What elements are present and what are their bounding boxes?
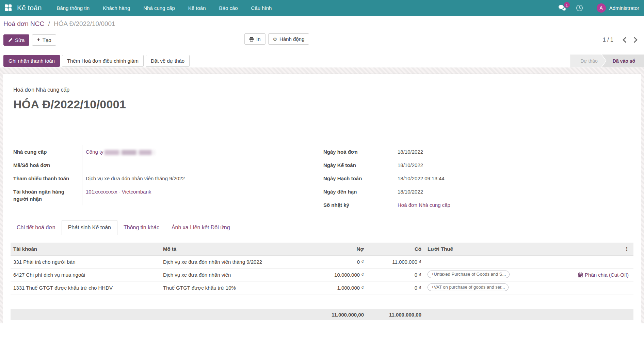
header-credit[interactable]: Có <box>367 246 425 252</box>
posting-date-value[interactable]: 18/10/2022 09:13:44 <box>394 172 632 185</box>
header-debit[interactable]: Nợ <box>311 246 367 252</box>
nav-item-vendors[interactable]: Nhà cung cấp <box>143 5 175 11</box>
nav-item-reports[interactable]: Báo cáo <box>219 5 238 11</box>
nav-left: Kế toán Bảng thông tin Khách hàng Nhà cu… <box>5 4 272 12</box>
field-groups: Nhà cung cấp Công ty Mã/Số hoá đơn Tham … <box>11 145 633 212</box>
add-credit-note-button[interactable]: Thêm Hoá đơn điều chỉnh giảm <box>62 55 144 67</box>
recipient-bank-value[interactable]: 101xxxxxxxxx - Vietcombank <box>82 185 307 205</box>
message-count-badge: 1 <box>564 2 570 8</box>
cell-credit[interactable]: 0 ₫ <box>367 285 425 291</box>
invoice-number-title: HÓA Đ/2022/10/0001 <box>11 98 633 111</box>
table-header-row: Tài khoản Mô tả Nợ Có Lưới Thuế ⋮ <box>11 243 633 256</box>
pager-value: 1 / 1 <box>603 37 613 43</box>
action-button[interactable]: ⚙ Hành động <box>268 33 309 45</box>
invoice-date-label: Ngày hoá đơn <box>323 145 394 158</box>
center-buttons: In ⚙ Hành động <box>244 33 309 45</box>
invoice-sheet: Hoá đơn Nhà cung cấp HÓA Đ/2022/10/0001 … <box>3 74 641 323</box>
tab-counterpart-mapping[interactable]: Ánh xạ Liên kết Đối ứng <box>165 220 236 235</box>
invoice-ref-value[interactable] <box>82 158 307 172</box>
cell-credit[interactable]: 11.000.000 ₫ <box>367 259 425 265</box>
cell-description[interactable]: Thuế GTGT được khấu trừ 10% <box>160 285 311 291</box>
apps-grid-icon[interactable] <box>5 4 12 11</box>
calendar-icon <box>578 272 583 277</box>
cell-account[interactable]: 6427 Chi phí dịch vụ mua ngoài <box>11 272 160 278</box>
pager-arrows <box>622 37 638 43</box>
register-payment-button[interactable]: Ghi nhận thanh toán <box>3 55 60 67</box>
column-options-icon[interactable]: ⋮ <box>564 246 633 252</box>
tax-grid-tag[interactable]: +Untaxed Purchase of Goods and S... <box>428 271 510 278</box>
breadcrumb-parent-link[interactable]: Hoá đơn NCC <box>3 20 44 27</box>
cell-tax-grid: +VAT on purchase of goods and ser... <box>425 284 564 292</box>
table-row[interactable]: 6427 Chi phí dịch vụ mua ngoài Dịch vụ x… <box>11 269 633 281</box>
cell-debit[interactable]: 1.000.000 ₫ <box>311 285 367 291</box>
accounting-date-label: Ngày Kế toán <box>323 158 394 172</box>
table-row[interactable]: 1331 Thuế GTGT được khấu trừ cho HHDV Th… <box>11 281 633 294</box>
journal-label: Sổ nhật ký <box>323 198 394 212</box>
cell-credit[interactable]: 0 ₫ <box>367 272 425 278</box>
invoice-ref-label: Mã/Số hoá đơn <box>13 158 82 172</box>
user-name[interactable]: Administrator <box>609 5 639 11</box>
create-button[interactable]: + Tạo <box>32 34 56 46</box>
statusbar: Ghi nhận thanh toán Thêm Hoá đơn điều ch… <box>0 54 644 67</box>
top-nav: Kế toán Bảng thông tin Khách hàng Nhà cu… <box>0 0 644 16</box>
status-step-draft[interactable]: Dự thảo <box>570 55 606 67</box>
cell-debit[interactable]: 0 ₫ <box>311 259 367 265</box>
app-title[interactable]: Kế toán <box>17 4 42 12</box>
redacted-vendor-name <box>104 150 156 155</box>
pager-previous-icon[interactable] <box>622 37 627 43</box>
plus-icon: + <box>37 37 40 42</box>
nav-right: 1 A Administrator <box>558 3 639 13</box>
payment-ref-value[interactable]: Dịch vụ xe đưa đón nhân viên tháng 9/202… <box>82 172 307 185</box>
print-button[interactable]: In <box>244 33 265 45</box>
pager: 1 / 1 <box>603 37 641 43</box>
journal-items-table: Tài khoản Mô tả Nợ Có Lưới Thuế ⋮ 331 Ph… <box>11 243 633 320</box>
field-group-right: Ngày hoá đơn 18/10/2022 Ngày Kế toán 18/… <box>323 145 632 212</box>
vendor-value[interactable]: Công ty <box>82 145 307 158</box>
cell-description[interactable]: Dịch vụ xe đưa đón nhân viên <box>160 272 311 278</box>
header-tax-grid[interactable]: Lưới Thuế <box>425 246 564 252</box>
edit-button[interactable]: Sửa <box>3 34 29 46</box>
nav-item-config[interactable]: Cấu hình <box>251 5 272 11</box>
cell-account[interactable]: 1331 Thuế GTGT được khấu trừ cho HHDV <box>11 285 160 291</box>
cell-tax-grid: +Untaxed Purchase of Goods and S... <box>425 271 564 279</box>
cell-account[interactable]: 331 Phải trả cho người bán <box>11 259 160 265</box>
cell-debit[interactable]: 10.000.000 ₫ <box>311 272 367 278</box>
form-background: Hoá đơn Nhà cung cấp HÓA Đ/2022/10/0001 … <box>0 67 644 323</box>
pager-next-icon[interactable] <box>633 37 638 43</box>
cutoff-link[interactable]: Phân chia (Cut-Off) <box>564 272 633 278</box>
nav-menu: Bảng thông tin Khách hàng Nhà cung cấp K… <box>57 5 272 11</box>
control-panel: Hoá đơn NCC / HÓA Đ/2022/10/0001 Sửa + T… <box>0 16 644 46</box>
tab-invoice-lines[interactable]: Chi tiết hoá đơn <box>11 220 62 235</box>
tax-grid-tag[interactable]: +VAT on purchase of goods and ser... <box>428 284 509 291</box>
nav-item-customers[interactable]: Khách hàng <box>103 5 130 11</box>
button-row: Sửa + Tạo In ⚙ Hành động 1 / 1 <box>3 33 641 46</box>
status-step-posted[interactable]: Đã vào sổ <box>602 55 644 67</box>
journal-value[interactable]: Hoá đơn Nhà cung cấp <box>394 198 632 212</box>
total-debit: 11.000.000,00 <box>311 312 367 318</box>
total-credit: 11.000.000,00 <box>367 312 425 318</box>
cell-description[interactable]: Dịch vụ xe đưa đón nhân viên tháng 9/202… <box>160 259 311 265</box>
messages-icon[interactable]: 1 <box>558 4 566 11</box>
payment-ref-label: Tham chiếu thanh toán <box>13 172 82 185</box>
tab-journal-items[interactable]: Phát sinh Kế toán <box>62 220 117 235</box>
field-group-left: Nhà cung cấp Công ty Mã/Số hoá đơn Tham … <box>13 145 307 212</box>
due-date-value[interactable]: 18/10/2022 <box>394 185 632 198</box>
notebook-tabs: Chi tiết hoá đơn Phát sinh Kế toán Thông… <box>11 220 633 235</box>
breadcrumb-current: HÓA Đ/2022/10/0001 <box>54 20 115 27</box>
reset-to-draft-button[interactable]: Đặt về dự thảo <box>146 55 190 67</box>
document-type-label: Hoá đơn Nhà cung cấp <box>11 87 633 93</box>
tab-other-info[interactable]: Thông tin khác <box>117 220 165 235</box>
header-account[interactable]: Tài khoản <box>11 246 160 252</box>
nav-item-dashboard[interactable]: Bảng thông tin <box>57 5 90 11</box>
invoice-date-value[interactable]: 18/10/2022 <box>394 145 632 158</box>
table-row[interactable]: 331 Phải trả cho người bán Dịch vụ xe đư… <box>11 256 633 269</box>
recipient-bank-label: Tài khoản ngân hàng người nhận <box>13 185 82 205</box>
nav-item-accounting[interactable]: Kế toán <box>188 5 206 11</box>
header-description[interactable]: Mô tả <box>160 246 311 252</box>
totals-row: 11.000.000,00 11.000.000,00 <box>11 309 633 320</box>
user-avatar[interactable]: A <box>597 3 606 13</box>
activities-clock-icon[interactable] <box>576 4 583 12</box>
breadcrumb-separator: / <box>48 20 50 27</box>
accounting-date-value[interactable]: 18/10/2022 <box>394 158 632 172</box>
gear-icon: ⚙ <box>273 36 277 42</box>
